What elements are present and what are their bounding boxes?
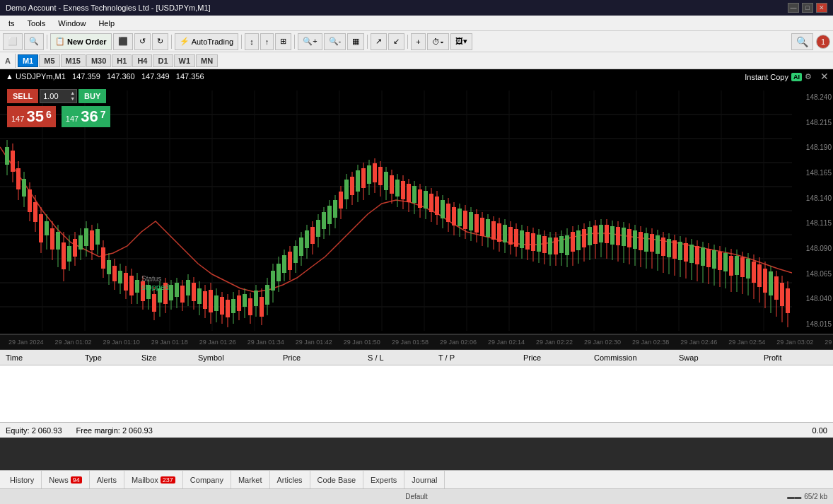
svg-rect-204: [503, 225, 507, 242]
time-label-5: 29 Jan 01:34: [242, 339, 290, 346]
toolbar-refresh-btn2[interactable]: ↻: [152, 33, 168, 50]
zoom-out-btn[interactable]: 🔍-: [324, 33, 346, 50]
chart-type-1[interactable]: ↕: [245, 33, 259, 50]
menu-item-help[interactable]: Help: [93, 18, 120, 29]
lot-up-arrow[interactable]: ▲: [70, 90, 75, 96]
svg-rect-130: [293, 246, 298, 263]
zoom-in-btn[interactable]: 🔍+: [298, 33, 322, 50]
time-label-0: 29 Jan 2024: [3, 339, 49, 346]
tab-history[interactable]: History: [3, 471, 42, 488]
search-toolbar-btn[interactable]: 🔍: [791, 33, 813, 50]
equity-bar: Equity: 2 060.93 Free margin: 2 060.93 0…: [0, 422, 833, 438]
toolbar-icon-1[interactable]: ⬜: [3, 33, 23, 50]
menu-item-tools[interactable]: Tools: [22, 18, 52, 29]
svg-rect-188: [458, 209, 462, 226]
tab-experts[interactable]: Experts: [363, 471, 404, 488]
tf-m15[interactable]: M15: [61, 54, 86, 67]
svg-rect-158: [373, 163, 377, 182]
buy-prefix: 147: [66, 115, 78, 123]
toolbar-icon-2[interactable]: 🔍: [24, 33, 44, 50]
svg-rect-246: [622, 228, 626, 246]
svg-rect-200: [491, 221, 496, 240]
maximize-button[interactable]: □: [802, 3, 813, 13]
lot-input[interactable]: [40, 90, 69, 102]
svg-rect-88: [175, 283, 179, 297]
instant-copy-badge[interactable]: Instant Copy AI ⚙: [745, 72, 812, 81]
col-type: Type: [85, 353, 141, 362]
price-label-10: 148.015: [786, 320, 832, 328]
col-time: Time: [0, 353, 85, 362]
tf-h4[interactable]: H4: [132, 54, 152, 67]
tab-market[interactable]: Market: [231, 471, 270, 488]
tf-w1[interactable]: W1: [174, 54, 196, 67]
svg-rect-102: [214, 295, 219, 311]
sell-price-display: 147 35 6: [7, 106, 56, 127]
close-chart-button[interactable]: ✕: [820, 71, 829, 82]
svg-rect-210: [520, 230, 524, 248]
chart-type-3[interactable]: ⊞: [275, 33, 291, 50]
notifications-btn[interactable]: 1: [816, 35, 830, 49]
tab-journal-label: Journal: [412, 476, 437, 484]
new-order-button[interactable]: 📋 New Order: [50, 33, 112, 50]
svg-rect-302: [780, 283, 784, 306]
indicator-btn-2[interactable]: ↙: [388, 33, 404, 50]
tf-mn[interactable]: MN: [196, 54, 218, 67]
menu-item-ts[interactable]: ts: [3, 18, 21, 29]
chart-symbol: USDJPYm,M1: [16, 72, 66, 81]
svg-rect-160: [378, 167, 383, 185]
close-button[interactable]: ✕: [816, 3, 827, 13]
toolbar-refresh-btn[interactable]: ↺: [134, 33, 151, 50]
price-label-3: 148.190: [786, 143, 832, 151]
svg-rect-58: [90, 230, 94, 250]
tf-m5[interactable]: M5: [39, 54, 59, 67]
tab-alerts[interactable]: Alerts: [90, 471, 124, 488]
tf-d1[interactable]: D1: [153, 54, 173, 67]
lot-down-arrow[interactable]: ▼: [70, 96, 75, 102]
svg-rect-182: [441, 200, 445, 218]
tab-news[interactable]: News 94: [42, 471, 90, 488]
svg-rect-254: [644, 233, 648, 252]
minimize-button[interactable]: —: [788, 3, 799, 13]
buy-main: 36: [81, 107, 98, 125]
tf-m1[interactable]: M1: [18, 54, 38, 67]
autotrading-button[interactable]: ⚡ AutoTrading: [175, 33, 239, 50]
status-bar: Default ▬▬ 65/2 kb: [0, 488, 833, 504]
tab-company-label: Company: [190, 476, 223, 484]
svg-rect-252: [639, 232, 643, 250]
status-value: stopped: [141, 283, 169, 291]
svg-rect-30: [11, 151, 15, 172]
svg-rect-274: [701, 247, 705, 266]
memory-icon: ▬▬: [787, 493, 801, 500]
tf-m30[interactable]: M30: [86, 54, 111, 67]
menu-item-window[interactable]: Window: [52, 18, 91, 29]
svg-rect-242: [610, 226, 614, 245]
tab-codebase[interactable]: Code Base: [310, 471, 363, 488]
col-sl: S / L: [368, 353, 438, 362]
svg-rect-90: [180, 286, 185, 303]
tab-articles[interactable]: Articles: [270, 471, 310, 488]
tab-journal[interactable]: Journal: [404, 471, 445, 488]
ai-badge: AI: [791, 73, 802, 81]
svg-rect-280: [718, 252, 722, 270]
tab-company[interactable]: Company: [183, 471, 231, 488]
instant-copy-settings-icon[interactable]: ⚙: [805, 72, 812, 81]
time-btn[interactable]: ⏱▾: [427, 33, 449, 50]
sell-button[interactable]: SELL: [7, 89, 38, 103]
window-controls: — □ ✕: [788, 3, 827, 13]
time-label-10: 29 Jan 02:14: [482, 339, 530, 346]
sell-sup: 6: [46, 109, 52, 120]
chart-type-2[interactable]: ↑: [260, 33, 274, 50]
time-label-7: 29 Jan 01:50: [338, 339, 386, 346]
chart-grid-btn[interactable]: ▦: [347, 33, 364, 50]
toolbar-arrow-1[interactable]: ⬛: [113, 33, 133, 50]
tab-mailbox[interactable]: Mailbox 237: [124, 471, 183, 488]
tab-mailbox-label: Mailbox: [132, 476, 158, 484]
col-price1: Price: [283, 353, 368, 362]
buy-button[interactable]: BUY: [78, 89, 106, 103]
status-overlay: Status stopped: [141, 275, 169, 291]
indicator-btn-1[interactable]: ↗: [371, 33, 387, 50]
template-btn[interactable]: 🖼▾: [450, 33, 472, 50]
chart-price-ask: 147.360: [107, 72, 135, 81]
tf-h1[interactable]: H1: [112, 54, 132, 67]
objects-btn[interactable]: +: [411, 33, 425, 50]
